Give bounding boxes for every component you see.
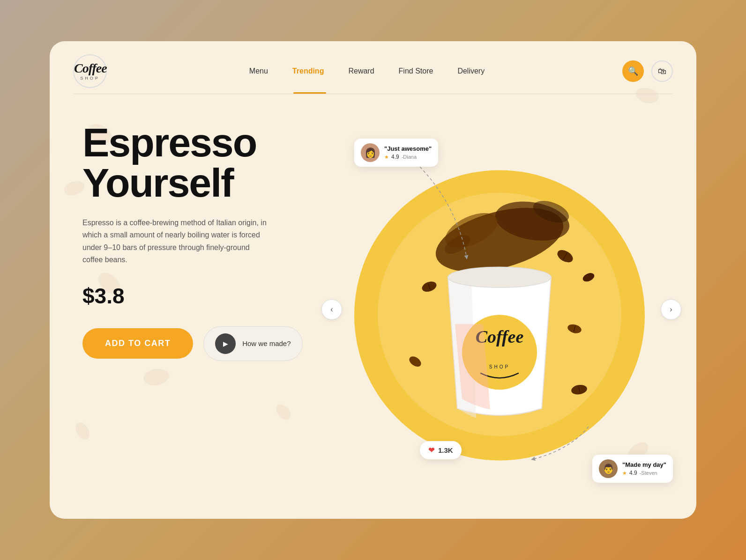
add-to-cart-button[interactable]: ADD TO CART <box>82 328 193 359</box>
star-icon-diana: ★ <box>384 154 389 160</box>
nav-link-trending[interactable]: Trending <box>292 67 324 75</box>
nav-link-delivery[interactable]: Delivery <box>457 67 485 75</box>
hero-title-line2: Yourself <box>82 160 233 205</box>
arrow-left-icon: ‹ <box>330 305 333 314</box>
cart-button[interactable]: 🛍 <box>651 60 673 82</box>
nav-item-trending[interactable]: Trending <box>292 67 324 75</box>
carousel-prev-button[interactable]: ‹ <box>321 299 342 320</box>
coffee-cup: Coffee SHOP <box>401 184 598 408</box>
likes-badge: ❤ 1.3K <box>420 441 462 459</box>
avatar-steven: 👨 <box>599 459 618 478</box>
nav-item-reward[interactable]: Reward <box>348 67 374 75</box>
arrow-right-icon: › <box>670 305 672 314</box>
likes-count: 1.3K <box>438 446 453 454</box>
logo-sub: SHOP <box>80 76 100 81</box>
active-nav-indicator <box>293 92 326 94</box>
play-icon: ▶ <box>215 333 236 354</box>
navbar: Coffee SHOP Menu Trending Reward Find St… <box>50 41 696 88</box>
cart-icon: 🛍 <box>658 66 666 76</box>
star-icon-steven: ★ <box>622 470 627 476</box>
main-card: Coffee SHOP Menu Trending Reward Find St… <box>50 41 696 519</box>
how-we-made-button[interactable]: ▶ How we made? <box>203 326 302 361</box>
nav-link-reward[interactable]: Reward <box>348 67 374 75</box>
nav-link-findstore[interactable]: Find Store <box>399 67 433 75</box>
carousel-next-button[interactable]: › <box>661 299 681 320</box>
heart-icon: ❤ <box>428 446 434 455</box>
svg-text:SHOP: SHOP <box>489 364 510 369</box>
nav-link-menu[interactable]: Menu <box>249 67 268 75</box>
search-button[interactable]: 🔍 <box>622 60 644 82</box>
main-content: Espresso Yourself Espresso is a coffee-b… <box>50 94 696 519</box>
nav-item-findstore[interactable]: Find Store <box>399 67 433 75</box>
review-diana-rating: 4.9 <box>391 154 399 160</box>
review-steven-quote: "Made my day" <box>622 461 666 468</box>
search-icon: 🔍 <box>628 66 638 76</box>
review-diana-author: -Diana <box>402 154 417 160</box>
review-diana-text: "Just awesome" ★ 4.9 -Diana <box>384 145 432 160</box>
hero-description: Espresso is a coffee-brewing method of I… <box>82 217 270 266</box>
logo-text: Coffee <box>74 62 107 75</box>
price: $3.8 <box>82 283 326 309</box>
review-steven-rating: 4.9 <box>629 470 637 476</box>
review-diana-quote: "Just awesome" <box>384 145 432 152</box>
review-steven-text: "Made my day" ★ 4.9 -Steven <box>622 461 666 476</box>
hero-title-line1: Espresso <box>82 120 256 165</box>
left-section: Espresso Yourself Espresso is a coffee-b… <box>82 113 326 506</box>
avatar-diana: 👩 <box>361 143 380 162</box>
right-section: Coffee SHOP <box>326 113 673 506</box>
nav-links: Menu Trending Reward Find Store Delivery <box>249 67 485 75</box>
svg-point-17 <box>407 354 423 369</box>
svg-point-8 <box>448 267 551 287</box>
review-steven-author: -Steven <box>640 470 657 476</box>
nav-item-delivery[interactable]: Delivery <box>457 67 485 75</box>
review-card-steven: 👨 "Made my day" ★ 4.9 -Steven <box>592 455 673 483</box>
video-label: How we made? <box>242 339 291 347</box>
nav-item-menu[interactable]: Menu <box>249 67 268 75</box>
logo-container: Coffee SHOP <box>73 54 107 88</box>
hero-title: Espresso Yourself <box>82 122 326 203</box>
review-card-diana: 👩 "Just awesome" ★ 4.9 -Diana <box>354 139 438 167</box>
cta-row: ADD TO CART ▶ How we made? <box>82 326 326 361</box>
nav-icons: 🔍 🛍 <box>622 60 673 82</box>
svg-point-18 <box>582 271 596 283</box>
